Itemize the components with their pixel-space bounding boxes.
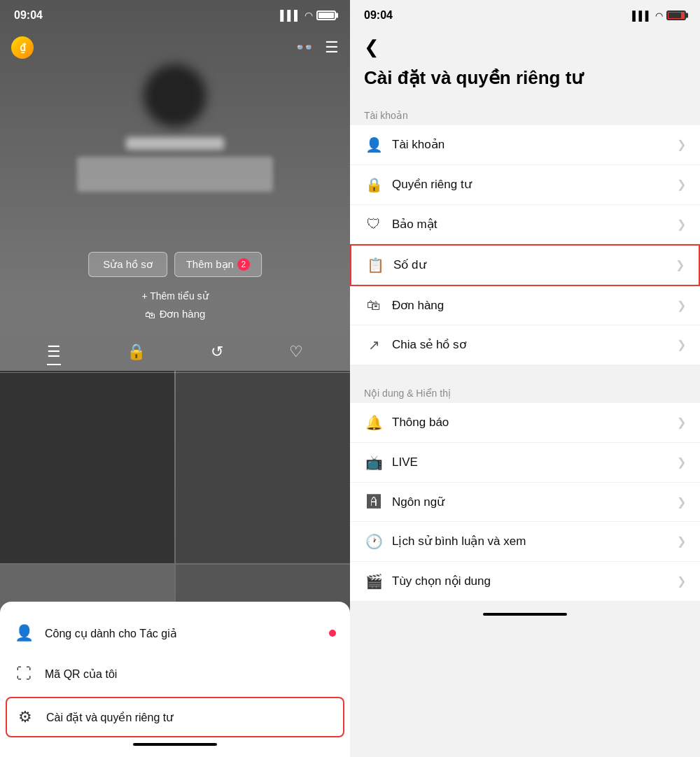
left-panel: 09:04 ▌▌▌ ◠ ₫ 👓 ☰ Sửa hồ sơ Thêm bạn 2 +… <box>0 0 350 757</box>
settings-item-orders[interactable]: 🛍 Đơn hàng ❯ <box>350 286 700 325</box>
share-profile-label: Chia sẻ hồ sơ <box>392 337 677 352</box>
settings-item-live[interactable]: 📺 LIVE ❯ <box>350 443 700 483</box>
friend-badge: 2 <box>237 258 250 271</box>
right-battery-icon <box>666 10 686 20</box>
settings-item-share-profile[interactable]: ↗ Chia sẻ hồ sơ ❯ <box>350 325 700 365</box>
bottom-drawer: 👤 Công cụ dành cho Tác giả ⛶ Mã QR của t… <box>0 602 350 757</box>
grid-item-2 <box>176 371 350 563</box>
battery-icon <box>316 10 336 20</box>
settings-item-history[interactable]: 🕐 Lịch sử bình luận và xem ❯ <box>350 522 700 562</box>
content-prefs-label: Tùy chọn nội dung <box>392 574 677 588</box>
menu-icon[interactable]: ☰ <box>325 38 339 57</box>
right-status-icons: ▌▌▌ ◠ <box>632 10 686 21</box>
tab-grid-icon[interactable]: ☰ <box>47 343 61 365</box>
chevron-icon: ❯ <box>677 416 686 429</box>
left-time: 09:04 <box>14 9 43 22</box>
orders-bag-icon: 🛍 <box>145 309 155 320</box>
settings-label: Cài đặt và quyền riêng tư <box>46 711 173 724</box>
account-label: Tài khoản <box>392 137 677 152</box>
right-nav-icons: 👓 ☰ <box>295 38 339 57</box>
author-tools-label: Công cụ dành cho Tác giả <box>45 627 177 640</box>
account-settings-list: 👤 Tài khoản ❯ 🔒 Quyền riêng tư ❯ 🛡 Bảo m… <box>350 125 700 365</box>
orders-icon: 🛍 <box>364 297 384 313</box>
settings-gear-icon: ⚙ <box>15 708 35 726</box>
chevron-icon: ❯ <box>676 258 685 271</box>
security-label: Bảo mật <box>392 217 677 232</box>
settings-item-account[interactable]: 👤 Tài khoản ❯ <box>350 125 700 165</box>
chevron-icon: ❯ <box>677 138 686 151</box>
tab-repost-icon[interactable]: ↺ <box>211 343 223 365</box>
page-title-area: Cài đặt và quyền riêng tư <box>350 64 700 101</box>
content-prefs-icon: 🎬 <box>364 573 384 590</box>
add-bio-label[interactable]: + Thêm tiểu sử <box>141 290 208 302</box>
battery-fill <box>318 13 334 18</box>
settings-item-security[interactable]: 🛡 Bảo mật ❯ <box>350 205 700 244</box>
left-status-icons: ▌▌▌ ◠ <box>280 10 336 21</box>
right-time: 09:04 <box>364 9 393 22</box>
qr-icon: ⛶ <box>14 665 34 683</box>
settings-item-privacy[interactable]: 🔒 Quyền riêng tư ❯ <box>350 165 700 205</box>
tab-heart-icon[interactable]: ♡ <box>289 343 303 365</box>
orders-label: Đơn hàng <box>160 308 206 320</box>
right-wifi-icon: ◠ <box>655 10 663 21</box>
chevron-icon: ❯ <box>677 535 686 548</box>
settings-item-language[interactable]: 🅰 Ngôn ngữ ❯ <box>350 483 700 522</box>
add-friend-button[interactable]: Thêm bạn 2 <box>174 252 262 277</box>
drawer-item-author-tools[interactable]: 👤 Công cụ dành cho Tác giả <box>0 613 350 653</box>
qr-label: Mã QR của tôi <box>45 667 117 681</box>
right-status-bar: 09:04 ▌▌▌ ◠ <box>350 0 700 31</box>
notifications-label: Thông báo <box>392 416 677 430</box>
language-icon: 🅰 <box>364 494 384 510</box>
content-settings-list: 🔔 Thông báo ❯ 📺 LIVE ❯ 🅰 Ngôn ngữ ❯ 🕐 Lị… <box>350 403 700 602</box>
chevron-icon: ❯ <box>677 299 686 312</box>
glasses-icon[interactable]: 👓 <box>295 38 314 57</box>
coin-icon[interactable]: ₫ <box>11 36 34 59</box>
left-status-bar: 09:04 ▌▌▌ ◠ <box>0 0 350 31</box>
chevron-icon: ❯ <box>677 218 686 231</box>
page-title: Cài đặt và quyền riêng tư <box>364 66 686 90</box>
security-icon: 🛡 <box>364 216 384 232</box>
settings-item-notifications[interactable]: 🔔 Thông báo ❯ <box>350 403 700 443</box>
balance-label: Số dư <box>393 257 676 272</box>
notifications-icon: 🔔 <box>364 414 384 431</box>
live-label: LIVE <box>392 455 677 469</box>
tab-lock-icon[interactable]: 🔒 <box>127 343 146 365</box>
section-label-account: Tài khoản <box>350 101 700 125</box>
history-icon: 🕐 <box>364 533 384 550</box>
share-profile-icon: ↗ <box>364 337 384 353</box>
signal-icon: ▌▌▌ <box>280 10 301 21</box>
home-indicator-right <box>483 613 567 616</box>
live-icon: 📺 <box>364 454 384 471</box>
chevron-icon: ❯ <box>677 178 686 191</box>
username-blur <box>126 137 224 150</box>
author-tools-icon: 👤 <box>14 624 34 642</box>
right-signal-icon: ▌▌▌ <box>632 10 652 21</box>
profile-tabs: ☰ 🔒 ↺ ♡ <box>0 343 350 373</box>
orders-row[interactable]: 🛍 Đơn hàng <box>145 308 206 320</box>
profile-avatar-blur <box>144 64 206 127</box>
drawer-item-settings[interactable]: ⚙ Cài đặt và quyền riêng tư <box>6 697 344 737</box>
left-top-nav: ₫ 👓 ☰ <box>0 31 350 64</box>
wifi-icon: ◠ <box>304 10 313 21</box>
language-label: Ngôn ngữ <box>392 495 677 509</box>
stats-blur <box>77 157 273 192</box>
notification-dot <box>329 630 336 637</box>
right-panel: 09:04 ▌▌▌ ◠ ❮ Cài đặt và quyền riêng tư … <box>350 0 700 757</box>
privacy-icon: 🔒 <box>364 176 384 193</box>
edit-profile-button[interactable]: Sửa hồ sơ <box>88 252 167 277</box>
chevron-icon: ❯ <box>677 495 686 509</box>
back-button[interactable]: ❮ <box>364 36 379 58</box>
balance-icon: 📋 <box>365 257 385 274</box>
settings-item-content-prefs[interactable]: 🎬 Tùy chọn nội dung ❯ <box>350 562 700 602</box>
settings-item-balance[interactable]: 📋 Số dư ❯ <box>350 244 700 286</box>
drawer-item-qr[interactable]: ⛶ Mã QR của tôi <box>0 653 350 694</box>
account-icon: 👤 <box>364 136 384 153</box>
chevron-icon: ❯ <box>677 455 686 469</box>
back-row: ❮ <box>350 31 700 64</box>
profile-action-buttons: Sửa hồ sơ Thêm bạn 2 <box>88 252 262 277</box>
right-battery-fill <box>668 13 681 18</box>
history-label: Lịch sử bình luận và xem <box>392 534 677 549</box>
chevron-icon: ❯ <box>677 574 686 588</box>
home-indicator-left <box>133 743 217 746</box>
privacy-label: Quyền riêng tư <box>392 177 677 192</box>
